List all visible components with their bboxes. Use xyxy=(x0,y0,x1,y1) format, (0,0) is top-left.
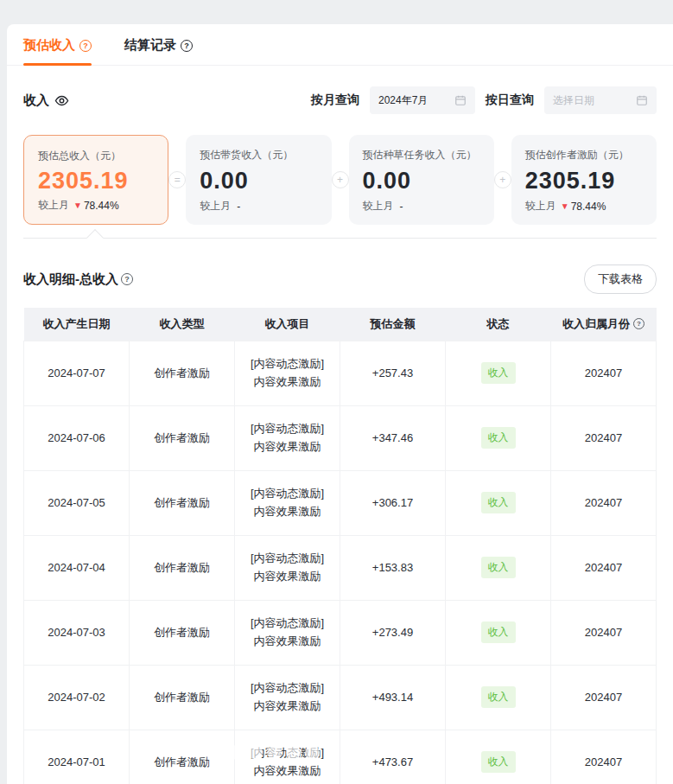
detail-header: 收入明细-总收入 ? 下载表格 xyxy=(23,265,657,294)
status-badge: 收入 xyxy=(481,686,516,708)
calendar-icon[interactable] xyxy=(454,94,467,106)
month-query-label: 按月查询 xyxy=(311,92,359,108)
trend-down-icon: ▼ xyxy=(561,201,569,211)
cell-type: 创作者激励 xyxy=(130,470,235,535)
caret-up-icon xyxy=(86,229,104,246)
cell-project: [内容动态激励] 内容效果激励 xyxy=(235,730,340,784)
stat-card-label: 预估带货收入（元） xyxy=(200,148,317,163)
cell-project: [内容动态激励] 内容效果激励 xyxy=(235,470,340,535)
cell-amount: +153.83 xyxy=(340,535,446,600)
cell-project: [内容动态激励] 内容效果激励 xyxy=(235,535,340,600)
col-header-status: 状态 xyxy=(446,308,551,341)
status-badge: 收入 xyxy=(481,557,516,578)
plus-icon: + xyxy=(332,171,349,188)
stat-card-compare: 较上月 ▼ 78.44% xyxy=(38,198,154,213)
table-row: 2024-07-02 创作者激励 [内容动态激励] 内容效果激励 +493.14… xyxy=(24,665,657,730)
cell-month: 202407 xyxy=(551,535,657,600)
help-icon[interactable]: ? xyxy=(79,40,92,52)
col-header-project: 收入项目 xyxy=(235,308,340,341)
col-header-amount: 预估金额 xyxy=(340,308,446,341)
cell-date: 2024-07-05 xyxy=(24,470,130,535)
stat-card-compare: 较上月 - xyxy=(200,199,317,214)
cell-amount: +257.43 xyxy=(340,341,446,405)
table-body: 2024-07-07 创作者激励 [内容动态激励] 内容效果激励 +257.43… xyxy=(24,341,657,784)
stat-card-value: 0.00 xyxy=(200,168,317,194)
table-row: 2024-07-04 创作者激励 [内容动态激励] 内容效果激励 +153.83… xyxy=(24,535,657,600)
day-picker-input[interactable]: 选择日期 xyxy=(544,86,657,114)
help-icon[interactable]: ? xyxy=(181,40,193,52)
cell-type: 创作者激励 xyxy=(130,600,235,665)
stat-card-task-income[interactable]: 预估种草任务收入（元） 0.00 较上月 - xyxy=(349,135,494,225)
stat-card-compare: 较上月 ▼ 78.44% xyxy=(525,199,643,214)
cell-type: 创作者激励 xyxy=(130,730,235,784)
cell-status: 收入 xyxy=(446,535,551,600)
cell-date: 2024-07-03 xyxy=(24,600,130,665)
cell-date: 2024-07-06 xyxy=(24,405,130,470)
download-table-button[interactable]: 下载表格 xyxy=(584,265,657,294)
stat-card-creator-incentive[interactable]: 预估创作者激励（元） 2305.19 较上月 ▼ 78.44% xyxy=(511,135,657,225)
date-query-group: 按月查询 2024年7月 按日查询 选择日期 xyxy=(311,86,657,114)
tab-settlement-records[interactable]: 结算记录 ? xyxy=(124,37,193,65)
cell-month: 202407 xyxy=(551,341,657,405)
stat-card-value: 2305.19 xyxy=(525,168,643,194)
tab-bar: 预估收入 ? 结算记录 ? xyxy=(7,24,673,66)
cell-status: 收入 xyxy=(446,341,551,405)
divider xyxy=(23,238,657,239)
cell-date: 2024-07-04 xyxy=(24,535,130,600)
table-row: 2024-07-03 创作者激励 [内容动态激励] 内容效果激励 +273.49… xyxy=(24,600,657,665)
cell-project: [内容动态激励] 内容效果激励 xyxy=(235,665,340,730)
cell-amount: +306.17 xyxy=(340,470,446,535)
status-badge: 收入 xyxy=(481,492,516,513)
stat-card-label: 预估创作者激励（元） xyxy=(525,148,643,163)
tab-settlement-records-label: 结算记录 xyxy=(124,37,176,54)
cell-amount: +273.49 xyxy=(340,600,446,665)
stat-cards-row: 预估总收入（元） 2305.19 较上月 ▼ 78.44% = 预估带货收入（元… xyxy=(23,135,657,225)
col-header-date: 收入产生日期 xyxy=(24,308,130,341)
month-picker-input[interactable]: 2024年7月 xyxy=(370,86,475,114)
cell-date: 2024-07-07 xyxy=(24,341,130,405)
tab-estimated-income-label: 预估收入 xyxy=(23,37,75,54)
cell-project: [内容动态激励] 内容效果激励 xyxy=(235,405,340,470)
income-title: 收入 xyxy=(23,92,69,109)
cell-month: 202407 xyxy=(551,600,657,665)
eye-icon[interactable] xyxy=(54,93,69,108)
operator-gap: + xyxy=(332,135,349,225)
main-panel: 预估收入 ? 结算记录 ? 收入 按月查询 2024年 xyxy=(7,24,673,784)
cell-type: 创作者激励 xyxy=(130,405,235,470)
stat-card-compare: 较上月 - xyxy=(363,199,480,214)
cell-date: 2024-07-01 xyxy=(24,730,130,784)
cell-month: 202407 xyxy=(551,470,657,535)
operator-gap: = xyxy=(168,135,186,225)
col-header-month: 收入归属月份? xyxy=(551,308,657,341)
stat-card-label: 预估种草任务收入（元） xyxy=(363,148,480,163)
equals-icon: = xyxy=(168,171,186,188)
cell-status: 收入 xyxy=(446,405,551,470)
table-row: 2024-07-06 创作者激励 [内容动态激励] 内容效果激励 +347.46… xyxy=(24,405,657,470)
cell-date: 2024-07-02 xyxy=(24,665,130,730)
col-header-type: 收入类型 xyxy=(130,308,235,341)
stat-card-value: 2305.19 xyxy=(38,168,154,194)
operator-gap: + xyxy=(494,135,511,225)
stat-card-goods-income[interactable]: 预估带货收入（元） 0.00 较上月 - xyxy=(186,135,331,225)
cell-amount: +473.67 xyxy=(340,730,446,784)
cell-type: 创作者激励 xyxy=(130,535,235,600)
day-picker-placeholder: 选择日期 xyxy=(553,93,594,108)
day-query-label: 按日查询 xyxy=(486,92,534,108)
table-row: 2024-07-07 创作者激励 [内容动态激励] 内容效果激励 +257.43… xyxy=(24,341,657,405)
stat-card-total-income[interactable]: 预估总收入（元） 2305.19 较上月 ▼ 78.44% xyxy=(23,135,168,225)
status-badge: 收入 xyxy=(481,751,516,773)
cell-project: [内容动态激励] 内容效果激励 xyxy=(235,341,340,405)
income-title-label: 收入 xyxy=(23,92,49,109)
cell-amount: +493.14 xyxy=(340,665,446,730)
cell-month: 202407 xyxy=(551,665,657,730)
cell-project: [内容动态激励] 内容效果激励 xyxy=(235,600,340,665)
tab-estimated-income[interactable]: 预估收入 ? xyxy=(23,37,92,65)
income-table: 收入产生日期 收入类型 收入项目 预估金额 状态 收入归属月份? 2024-07… xyxy=(23,308,657,784)
cell-month: 202407 xyxy=(551,730,657,784)
plus-icon: + xyxy=(494,171,511,188)
cell-status: 收入 xyxy=(446,470,551,535)
help-icon[interactable]: ? xyxy=(121,273,133,285)
help-icon[interactable]: ? xyxy=(633,318,644,329)
stat-card-label: 预估总收入（元） xyxy=(38,149,154,163)
calendar-icon[interactable] xyxy=(636,94,648,106)
